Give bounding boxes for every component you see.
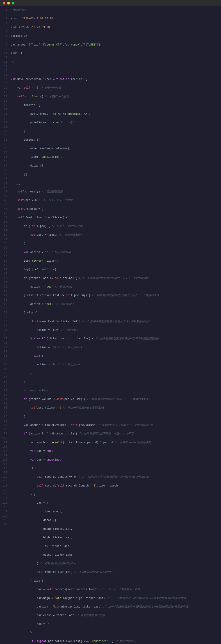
code-line: self.records = [] (11, 207, 219, 211)
line-number: 61 (2, 268, 7, 272)
code-line: if (!self.pre) { // 如果上一个数据不为真 (11, 224, 219, 228)
maximize-dot[interactable] (12, 2, 14, 4)
line-number: 27 (2, 120, 7, 125)
code-line: data: [] (11, 164, 219, 168)
line-number: 68 (2, 298, 7, 302)
code-line: series: [{ (11, 138, 219, 142)
code-line: name: exchange.GetName(), (11, 146, 219, 151)
line-number: 46 (2, 202, 7, 207)
line-number: 21 (2, 95, 7, 99)
line-number: 54 (2, 237, 7, 242)
line-number: 51 (2, 224, 7, 228)
line-number: 13 (2, 60, 7, 64)
line-number: 33 (2, 146, 7, 151)
code-line: low: ticker.Last, (11, 544, 219, 548)
code-line: bar = self.records[self.records.length -… (11, 588, 219, 592)
title-bar (0, 0, 221, 6)
line-number: 106 (2, 462, 7, 466)
line-number: 53 (2, 233, 7, 237)
code-line: mode: 1 (11, 52, 219, 56)
code-line: bar.low = Math.min(bar.low, ticker.Last)… (11, 605, 219, 609)
code-line: self.pre.Volume = 0 // 把上一个数据的成交量赋值为0 (11, 406, 219, 410)
line-number: 73 (2, 320, 7, 324)
line-number: 70 (2, 306, 7, 311)
code-line: } else { (11, 354, 219, 358)
line-number: 107 (2, 466, 7, 471)
line-number: 43 (2, 190, 7, 194)
line-number: 109 (2, 475, 7, 479)
code-line (11, 69, 219, 73)
line-number: 105 (2, 458, 7, 462)
line-number: 24 (2, 108, 7, 112)
line-number: 57 (2, 250, 7, 255)
code-line: start: 2020-03-10 00:00:00 (11, 17, 219, 21)
line-number: 93 (2, 406, 7, 410)
line-number: 30 (2, 134, 7, 138)
line-number: 60 (2, 263, 7, 268)
code-line: type: 'candlestick', (11, 155, 219, 159)
line-number: 26 (2, 116, 7, 120)
code-line: self.feed = function (ticker) { (11, 216, 219, 220)
line-number: 35 (2, 155, 7, 159)
line-number: 38 (2, 168, 7, 172)
code-line: self.c.reset() // 清空图表数据 (11, 190, 219, 194)
line-number: 98 (2, 428, 7, 432)
line-number: 3 (2, 17, 7, 21)
code-line: } else if (ticker.Last <= ticker.Buy) { … (11, 337, 219, 341)
line-number: 81 (2, 354, 7, 358)
line-number: 58 (2, 255, 7, 259)
code-line: data: {}, (11, 518, 219, 522)
line-number: 22 (2, 99, 7, 103)
line-number: 103 (2, 449, 7, 453)
line-number: 15 (2, 69, 7, 73)
code-line: bar = { (11, 501, 219, 505)
line-number: 62 (2, 272, 7, 276)
line-number: 91 (2, 397, 7, 402)
line-number: 49 (2, 216, 7, 220)
line-number: 37 (2, 164, 7, 168)
line-number: 82 (2, 358, 7, 362)
line-number: 17 (2, 77, 7, 82)
line-number: 23 (2, 103, 7, 108)
line-number: 5 (2, 26, 7, 30)
code-line: bar.close = ticker.Last // 最新数据的最后价格 (11, 613, 219, 618)
minimize-dot[interactable] (7, 2, 10, 4)
line-number: 88 (2, 384, 7, 388)
line-number: 94 (2, 410, 7, 414)
line-number: 102 (2, 445, 7, 449)
line-number: 67 (2, 294, 7, 298)
line-number: 1 (2, 8, 7, 12)
code-line: pos = -1 (11, 622, 219, 626)
code-line: self.c = Chart({ // 创建Chart图表 (11, 95, 219, 99)
code-line: if (action != '' && amount > 0) { // 如果标… (11, 432, 219, 436)
code-line: // reset volume (11, 389, 219, 393)
line-number: 31 (2, 138, 7, 142)
code-line: if (ticker.Last >= self.pre.Sell) { // 如… (11, 276, 219, 280)
code-line: var epoch = parseInt(ticker.Time / perio… (11, 440, 219, 445)
code-line: } else { (11, 579, 219, 583)
line-number: 97 (2, 423, 7, 428)
code-line: Log('pre', self.pre) (11, 268, 219, 272)
code-line: high: ticker.Last, (11, 536, 219, 540)
line-number: 36 (2, 160, 7, 164)
line-number: 52 (2, 229, 7, 233)
line-number: 69 (2, 302, 7, 306)
line-number: 119 (2, 518, 7, 522)
line-number: 95 (2, 414, 7, 419)
line-number: 14 (2, 64, 7, 68)
code-line: */ (11, 60, 219, 64)
code-line: time: epoch, (11, 510, 219, 514)
line-number: 90 (2, 393, 7, 397)
code-line: tooltip: { (11, 103, 219, 108)
line-number: 2 (2, 12, 7, 17)
line-number: 115 (2, 501, 7, 505)
code-line: action = 'both' // 标记为both (11, 362, 219, 367)
line-number: 111 (2, 484, 7, 488)
code-line: exchanges: [{"eid":"Futures_CTP","curren… (11, 43, 219, 47)
line-number: 110 (2, 479, 7, 484)
code-content[interactable]: /*backtest start: 2020-03-10 00:00:00 en… (9, 8, 221, 644)
code-line: self.pre = ticker // 赋值为最新数据 (11, 233, 219, 237)
code-line: var pos = undefined (11, 458, 219, 462)
line-number: 65 (2, 285, 7, 289)
close-dot[interactable] (3, 2, 6, 4)
